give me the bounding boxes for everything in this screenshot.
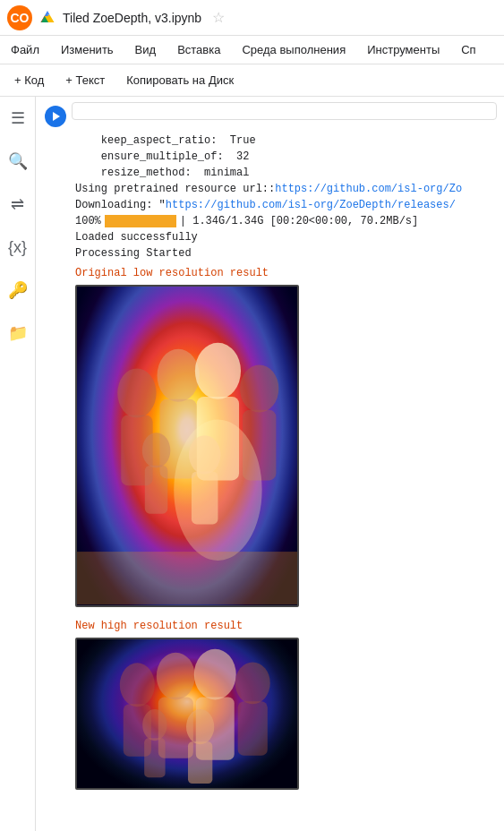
depth-map-2: [77, 639, 297, 788]
loaded-line: Loaded successfully Processing Started: [75, 229, 497, 261]
code-cell: [36, 100, 504, 129]
svg-point-18: [157, 653, 195, 700]
cell-gutter: [39, 102, 72, 127]
svg-point-8: [240, 364, 278, 412]
svg-point-14: [174, 419, 261, 560]
main-layout: ☰ 🔍 ⇌ {x} 🔑 📁 keep_aspect_ratio: True en…: [0, 97, 504, 831]
menu-runtime[interactable]: Среда выполнения: [238, 39, 349, 60]
sidebar-menu-icon[interactable]: ☰: [4, 104, 32, 133]
new-depth-image: [75, 638, 299, 790]
sidebar-files-icon[interactable]: 📁: [4, 319, 32, 347]
started-text: Started: [146, 247, 191, 260]
output-area: keep_aspect_ratio: True ensure_multiple_…: [36, 129, 504, 804]
new-label: New high resolution result: [75, 618, 497, 634]
add-text-button[interactable]: + Текст: [58, 70, 112, 90]
drive-icon: [39, 10, 56, 26]
sidebar-variables-icon[interactable]: {x}: [4, 233, 32, 261]
svg-point-16: [120, 663, 155, 707]
svg-point-10: [142, 433, 170, 467]
svg-point-22: [235, 662, 270, 704]
url1-link[interactable]: https://github.com/isl-org/Zo: [275, 183, 462, 195]
svg-point-24: [142, 709, 167, 741]
svg-rect-23: [238, 701, 268, 756]
run-button[interactable]: [45, 106, 66, 127]
svg-rect-11: [145, 466, 168, 514]
output-line-1: keep_aspect_ratio: True ensure_multiple_…: [75, 133, 497, 213]
menu-bar: Файл Изменить Вид Вставка Среда выполнен…: [0, 36, 504, 64]
svg-rect-27: [188, 741, 212, 784]
progress-stats: | 1.34G/1.34G [00:20<00:00, 70.2MB/s]: [180, 213, 418, 229]
content-area: keep_aspect_ratio: True ensure_multiple_…: [36, 97, 504, 831]
top-bar: CO Tiled ZoeDepth, v3.ipynb ☆: [0, 0, 504, 36]
silhouettes-2: [77, 639, 297, 788]
sidebar-secrets-icon[interactable]: 🔑: [4, 276, 32, 304]
depth-map-1: [77, 287, 297, 605]
silhouettes-1: [77, 287, 297, 605]
svg-point-26: [186, 709, 214, 744]
progress-bar-inner: [105, 215, 176, 227]
menu-insert[interactable]: Вставка: [174, 39, 224, 60]
star-icon[interactable]: ☆: [212, 9, 225, 26]
progress-bar-outer: [105, 215, 176, 227]
toolbar: + Код + Текст Копировать на Диск: [0, 64, 504, 97]
notebook-title: Tiled ZoeDepth, v3.ipynb: [63, 11, 201, 25]
menu-edit[interactable]: Изменить: [57, 39, 117, 60]
sidebar-search-icon[interactable]: 🔍: [4, 147, 32, 176]
menu-help[interactable]: Сп: [457, 39, 479, 60]
add-code-button[interactable]: + Код: [7, 70, 51, 90]
colab-logo: CO: [7, 5, 32, 30]
menu-tools[interactable]: Инструменты: [363, 39, 443, 60]
sidebar-filter-icon[interactable]: ⇌: [4, 190, 32, 218]
svg-point-20: [194, 649, 236, 700]
original-depth-image: [75, 285, 299, 607]
svg-rect-25: [144, 738, 165, 777]
svg-point-6: [195, 343, 241, 399]
menu-file[interactable]: Файл: [7, 39, 43, 60]
copy-to-drive-button[interactable]: Копировать на Диск: [119, 70, 241, 90]
cell-code[interactable]: [72, 102, 497, 120]
url2-link[interactable]: https://github.com/isl-org/ZoeDepth/rele…: [166, 199, 456, 211]
svg-point-2: [117, 368, 156, 417]
svg-rect-15: [77, 552, 297, 604]
menu-view[interactable]: Вид: [132, 39, 160, 60]
progress-line: 100% | 1.34G/1.34G [00:20<00:00, 70.2MB/…: [75, 213, 497, 229]
svg-point-4: [158, 349, 200, 402]
sidebar: ☰ 🔍 ⇌ {x} 🔑 📁: [0, 97, 36, 831]
original-label: Original low resolution result: [75, 265, 497, 281]
progress-pct: 100%: [75, 213, 101, 229]
